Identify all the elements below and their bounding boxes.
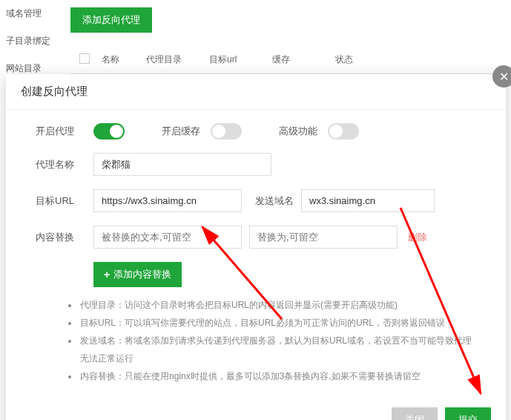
replace-from-input[interactable]: [93, 226, 242, 249]
advanced-toggle[interactable]: [328, 123, 359, 140]
advanced-label: 高级功能: [279, 125, 317, 138]
replace-to-input[interactable]: [249, 226, 398, 249]
enable-proxy-label: 开启代理: [36, 125, 93, 138]
cancel-button[interactable]: 关闭: [392, 407, 438, 420]
target-url-label: 目标URL: [36, 194, 93, 208]
close-icon[interactable]: ✕: [492, 65, 511, 88]
enable-proxy-toggle[interactable]: [93, 123, 125, 140]
modal-title: 创建反向代理: [6, 74, 506, 110]
modal-footer: 关闭 提交: [6, 400, 506, 420]
help-item: 内容替换：只能在使用nginx时提供，最多可以添加3条替换内容,如果不需要替换请…: [79, 367, 476, 385]
delete-replace-link[interactable]: 删除: [408, 231, 427, 244]
proxy-name-input[interactable]: [93, 153, 271, 176]
help-item: 代理目录：访问这个目录时将会把目标URL的内容返回并显示(需要开启高级功能): [79, 296, 476, 314]
modal-overlay: ✕ 创建反向代理 开启代理 开启缓存 高级功能 代理名称 目标URL: [0, 0, 511, 420]
add-replace-label: 添加内容替换: [113, 268, 171, 281]
proxy-name-label: 代理名称: [36, 158, 93, 171]
create-proxy-modal: ✕ 创建反向代理 开启代理 开启缓存 高级功能 代理名称 目标URL: [6, 74, 506, 420]
send-domain-input[interactable]: [301, 189, 435, 212]
help-item: 发送域名：将域名添加到请求头传递到代理服务器，默认为目标URL域名，若设置不当可…: [79, 332, 476, 367]
content-replace-label: 内容替换: [36, 231, 93, 244]
help-list: 代理目录：访问这个目录时将会把目标URL的内容返回并显示(需要开启高级功能) 目…: [36, 287, 476, 394]
submit-button[interactable]: 提交: [445, 407, 491, 420]
target-url-input[interactable]: [93, 189, 242, 212]
send-domain-label: 发送域名: [255, 194, 294, 208]
enable-cache-label: 开启缓存: [162, 125, 200, 138]
plus-icon: +: [104, 269, 110, 280]
enable-cache-toggle[interactable]: [211, 123, 242, 140]
help-item: 目标URL：可以填写你需要代理的站点，目标URL必须为可正常访问的URL，否则将…: [79, 314, 476, 332]
add-content-replace-button[interactable]: + 添加内容替换: [93, 262, 182, 287]
